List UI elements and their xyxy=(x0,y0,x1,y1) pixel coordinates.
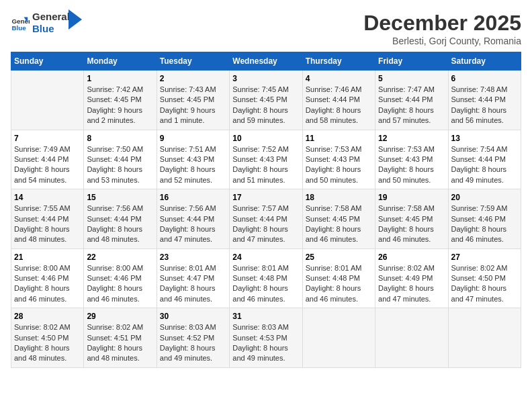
day-number: 2 xyxy=(160,74,226,83)
sunrise-text: Sunrise: 8:02 AMSunset: 4:50 PMDaylight:… xyxy=(451,264,508,303)
calendar-cell: 19Sunrise: 7:58 AMSunset: 4:45 PMDayligh… xyxy=(375,189,448,249)
logo-arrow-icon xyxy=(69,9,82,30)
day-number: 18 xyxy=(306,193,372,202)
sunrise-text: Sunrise: 8:01 AMSunset: 4:48 PMDaylight:… xyxy=(306,264,362,303)
col-header-thursday: Thursday xyxy=(302,52,375,71)
sunrise-text: Sunrise: 7:54 AMSunset: 4:44 PMDaylight:… xyxy=(451,145,508,184)
page-header: General Blue General Blue December 2025 … xyxy=(11,11,521,46)
sunrise-text: Sunrise: 7:45 AMSunset: 4:45 PMDaylight:… xyxy=(232,85,289,124)
sunrise-text: Sunrise: 7:55 AMSunset: 4:44 PMDaylight:… xyxy=(14,204,71,243)
sunrise-text: Sunrise: 7:56 AMSunset: 4:44 PMDaylight:… xyxy=(160,204,216,243)
calendar-week-row: 7Sunrise: 7:49 AMSunset: 4:44 PMDaylight… xyxy=(11,130,521,189)
svg-text:Blue: Blue xyxy=(11,24,26,32)
col-header-monday: Monday xyxy=(84,52,157,71)
day-number: 21 xyxy=(14,253,81,262)
calendar-cell: 27Sunrise: 8:02 AMSunset: 4:50 PMDayligh… xyxy=(448,248,521,308)
sunrise-text: Sunrise: 8:03 AMSunset: 4:53 PMDaylight:… xyxy=(232,323,289,362)
calendar-cell: 21Sunrise: 8:00 AMSunset: 4:46 PMDayligh… xyxy=(11,248,84,308)
calendar-cell: 18Sunrise: 7:58 AMSunset: 4:45 PMDayligh… xyxy=(302,189,375,249)
day-number: 5 xyxy=(378,74,445,83)
calendar-cell: 28Sunrise: 8:02 AMSunset: 4:50 PMDayligh… xyxy=(11,308,84,368)
sunrise-text: Sunrise: 7:49 AMSunset: 4:44 PMDaylight:… xyxy=(14,145,71,184)
calendar-cell: 22Sunrise: 8:00 AMSunset: 4:46 PMDayligh… xyxy=(84,248,157,308)
day-number: 28 xyxy=(14,312,81,321)
day-number: 12 xyxy=(378,134,445,143)
month-title: December 2025 xyxy=(363,11,521,36)
calendar-cell: 4Sunrise: 7:46 AMSunset: 4:44 PMDaylight… xyxy=(302,71,375,130)
day-number: 7 xyxy=(14,134,81,143)
col-header-sunday: Sunday xyxy=(11,52,84,71)
sunrise-text: Sunrise: 8:01 AMSunset: 4:48 PMDaylight:… xyxy=(232,264,289,303)
day-number: 20 xyxy=(451,193,518,202)
day-number: 22 xyxy=(87,253,153,262)
day-number: 13 xyxy=(451,134,518,143)
day-number: 14 xyxy=(14,193,81,202)
calendar-cell: 2Sunrise: 7:43 AMSunset: 4:45 PMDaylight… xyxy=(157,71,229,130)
day-number: 19 xyxy=(378,193,445,202)
day-number: 6 xyxy=(451,74,518,83)
sunrise-text: Sunrise: 7:50 AMSunset: 4:44 PMDaylight:… xyxy=(87,145,143,184)
col-header-saturday: Saturday xyxy=(448,52,521,71)
sunrise-text: Sunrise: 7:43 AMSunset: 4:45 PMDaylight:… xyxy=(160,85,216,124)
calendar-cell: 3Sunrise: 7:45 AMSunset: 4:45 PMDaylight… xyxy=(230,71,302,130)
calendar-cell: 12Sunrise: 7:53 AMSunset: 4:43 PMDayligh… xyxy=(375,130,448,189)
day-number: 29 xyxy=(87,312,153,321)
sunrise-text: Sunrise: 7:46 AMSunset: 4:44 PMDaylight:… xyxy=(306,85,362,124)
sunrise-text: Sunrise: 7:52 AMSunset: 4:43 PMDaylight:… xyxy=(232,145,289,184)
day-number: 31 xyxy=(232,312,299,321)
logo: General Blue General Blue xyxy=(11,11,82,35)
sunrise-text: Sunrise: 8:01 AMSunset: 4:47 PMDaylight:… xyxy=(160,264,216,303)
sunrise-text: Sunrise: 8:00 AMSunset: 4:46 PMDaylight:… xyxy=(87,264,143,303)
calendar-cell: 23Sunrise: 8:01 AMSunset: 4:47 PMDayligh… xyxy=(157,248,229,308)
sunrise-text: Sunrise: 8:02 AMSunset: 4:49 PMDaylight:… xyxy=(378,264,435,303)
location-subtitle: Berlesti, Gorj County, Romania xyxy=(363,36,521,46)
calendar-cell: 30Sunrise: 8:03 AMSunset: 4:52 PMDayligh… xyxy=(157,308,229,368)
calendar-cell: 10Sunrise: 7:52 AMSunset: 4:43 PMDayligh… xyxy=(230,130,302,189)
calendar-cell: 25Sunrise: 8:01 AMSunset: 4:48 PMDayligh… xyxy=(302,248,375,308)
sunrise-text: Sunrise: 7:59 AMSunset: 4:46 PMDaylight:… xyxy=(451,204,508,243)
calendar-cell: 11Sunrise: 7:53 AMSunset: 4:43 PMDayligh… xyxy=(302,130,375,189)
logo-icon: General Blue xyxy=(11,13,30,32)
calendar-week-row: 14Sunrise: 7:55 AMSunset: 4:44 PMDayligh… xyxy=(11,189,521,249)
day-number: 1 xyxy=(87,74,153,83)
calendar-cell: 29Sunrise: 8:02 AMSunset: 4:51 PMDayligh… xyxy=(84,308,157,368)
title-block: December 2025 Berlesti, Gorj County, Rom… xyxy=(363,11,521,46)
sunrise-text: Sunrise: 7:53 AMSunset: 4:43 PMDaylight:… xyxy=(378,145,435,184)
sunrise-text: Sunrise: 7:51 AMSunset: 4:43 PMDaylight:… xyxy=(160,145,216,184)
sunrise-text: Sunrise: 8:03 AMSunset: 4:52 PMDaylight:… xyxy=(160,323,216,362)
calendar-header-row: SundayMondayTuesdayWednesdayThursdayFrid… xyxy=(11,52,521,71)
day-number: 23 xyxy=(160,253,226,262)
sunrise-text: Sunrise: 7:48 AMSunset: 4:44 PMDaylight:… xyxy=(451,85,508,124)
calendar-cell: 1Sunrise: 7:42 AMSunset: 4:45 PMDaylight… xyxy=(84,71,157,130)
logo-general: General xyxy=(32,11,70,23)
sunrise-text: Sunrise: 8:02 AMSunset: 4:50 PMDaylight:… xyxy=(14,323,71,362)
calendar-week-row: 1Sunrise: 7:42 AMSunset: 4:45 PMDaylight… xyxy=(11,71,521,130)
day-number: 27 xyxy=(451,253,518,262)
calendar-cell: 16Sunrise: 7:56 AMSunset: 4:44 PMDayligh… xyxy=(157,189,229,249)
sunrise-text: Sunrise: 8:02 AMSunset: 4:51 PMDaylight:… xyxy=(87,323,143,362)
calendar-cell xyxy=(375,308,448,368)
calendar-cell: 8Sunrise: 7:50 AMSunset: 4:44 PMDaylight… xyxy=(84,130,157,189)
day-number: 9 xyxy=(160,134,226,143)
sunrise-text: Sunrise: 7:47 AMSunset: 4:44 PMDaylight:… xyxy=(378,85,435,124)
svg-marker-3 xyxy=(69,9,82,30)
calendar-cell: 15Sunrise: 7:56 AMSunset: 4:44 PMDayligh… xyxy=(84,189,157,249)
calendar-cell: 24Sunrise: 8:01 AMSunset: 4:48 PMDayligh… xyxy=(230,248,302,308)
day-number: 24 xyxy=(232,253,299,262)
calendar-cell: 20Sunrise: 7:59 AMSunset: 4:46 PMDayligh… xyxy=(448,189,521,249)
day-number: 3 xyxy=(232,74,299,83)
calendar-cell: 7Sunrise: 7:49 AMSunset: 4:44 PMDaylight… xyxy=(11,130,84,189)
sunrise-text: Sunrise: 7:53 AMSunset: 4:43 PMDaylight:… xyxy=(306,145,362,184)
calendar-cell xyxy=(448,308,521,368)
day-number: 4 xyxy=(306,74,372,83)
calendar-cell xyxy=(11,71,84,130)
calendar-cell: 14Sunrise: 7:55 AMSunset: 4:44 PMDayligh… xyxy=(11,189,84,249)
day-number: 11 xyxy=(306,134,372,143)
day-number: 10 xyxy=(232,134,299,143)
logo-blue: Blue xyxy=(32,23,70,35)
col-header-tuesday: Tuesday xyxy=(157,52,229,71)
calendar-cell xyxy=(302,308,375,368)
calendar-week-row: 28Sunrise: 8:02 AMSunset: 4:50 PMDayligh… xyxy=(11,308,521,368)
calendar-cell: 17Sunrise: 7:57 AMSunset: 4:44 PMDayligh… xyxy=(230,189,302,249)
calendar-cell: 31Sunrise: 8:03 AMSunset: 4:53 PMDayligh… xyxy=(230,308,302,368)
